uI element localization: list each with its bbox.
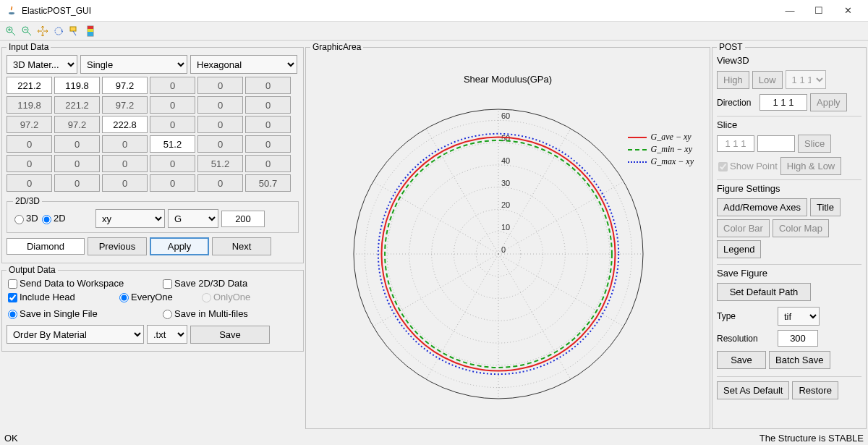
legend-button[interactable]: Legend	[717, 240, 761, 258]
zoom-out-icon[interactable]	[20, 25, 33, 38]
multi-file-radio[interactable]: Save in Multi-files	[161, 308, 248, 319]
axes-button[interactable]: Add/Remove Axes	[717, 198, 807, 216]
colormap-button: Color Map	[773, 219, 829, 237]
dim-fieldset: 2D/3D 3D 2D xy G	[7, 196, 299, 233]
svg-line-35	[373, 254, 498, 326]
cij-12[interactable]	[54, 77, 100, 94]
single-multi-select[interactable]: Single	[80, 55, 187, 74]
cij-53	[102, 155, 148, 172]
rotate-icon[interactable]	[52, 25, 65, 38]
colorbar-icon[interactable]	[84, 25, 97, 38]
output-data-legend: Output Data	[7, 265, 58, 275]
cij-65	[197, 174, 243, 192]
cij-52	[54, 155, 100, 172]
cij-15	[197, 77, 243, 94]
save-data-check[interactable]: Save 2D/3D Data	[161, 278, 247, 289]
svg-line-36	[426, 254, 498, 379]
svg-line-33	[373, 182, 498, 254]
cij-44[interactable]	[150, 135, 195, 153]
save-figure-label: Save Figure	[717, 264, 861, 279]
title-button[interactable]: Title	[810, 198, 841, 216]
next-button[interactable]: Next	[212, 237, 271, 255]
maximize-button[interactable]: ☐	[804, 1, 833, 21]
type-select[interactable]: tif	[778, 307, 820, 326]
resolution-input[interactable]	[778, 330, 818, 347]
cij-46	[245, 135, 291, 153]
cij-62	[54, 174, 100, 192]
svg-line-32	[426, 129, 498, 254]
cij-51	[7, 155, 52, 172]
pan-icon[interactable]	[36, 25, 49, 38]
cij-32	[54, 116, 100, 133]
cij-35	[197, 116, 243, 133]
cij-34	[150, 116, 195, 133]
minimize-button[interactable]: —	[775, 1, 804, 21]
svg-rect-11	[88, 26, 93, 29]
direction-input[interactable]	[760, 94, 807, 111]
svg-text:60: 60	[501, 111, 510, 120]
cij-61	[7, 174, 52, 192]
cij-13[interactable]	[102, 77, 148, 94]
cij-24	[150, 96, 195, 114]
graphic-area-panel: GraphicArea Shear Modulus(GPa) 010203040…	[305, 42, 710, 429]
npoints-input[interactable]	[221, 211, 265, 227]
batch-save-button[interactable]: Batch Save	[769, 351, 830, 369]
radio-2d[interactable]: 2D	[41, 213, 66, 224]
svg-rect-12	[88, 29, 93, 32]
order-by-select[interactable]: Order By Material	[7, 325, 144, 344]
svg-text:0: 0	[501, 245, 506, 254]
set-as-default-button[interactable]: Set As Default	[717, 381, 789, 399]
miller-select: 1 1 1	[786, 70, 826, 89]
send-workspace-check[interactable]: Send Data to Workspace	[7, 278, 158, 289]
zoom-in-icon[interactable]	[4, 25, 17, 38]
data-cursor-icon[interactable]	[68, 25, 81, 38]
colorbar-button: Color Bar	[717, 219, 770, 237]
single-file-radio[interactable]: Save in Single File	[7, 308, 158, 319]
svg-rect-13	[88, 32, 93, 36]
post-panel: POST View3D High Low 1 1 1 Direction App…	[712, 42, 867, 429]
close-button[interactable]: ✕	[833, 1, 862, 21]
cij-56	[245, 155, 291, 172]
chart-legend: G_ave − xy G_min − xy G_max − xy	[628, 132, 694, 169]
crystal-select[interactable]: Hexagonal	[190, 55, 297, 74]
view3d-label: View3D	[717, 55, 861, 66]
cij-31	[7, 116, 52, 133]
cij-45	[197, 135, 243, 153]
material-name-input[interactable]	[7, 238, 85, 255]
slice-input-2	[757, 135, 795, 152]
status-right: The Structure is STABLE	[760, 433, 864, 444]
svg-text:30: 30	[501, 179, 510, 187]
previous-button[interactable]: Previous	[88, 237, 147, 255]
svg-line-39	[498, 254, 624, 326]
titlebar: ElasticPOST_GUI — ☐ ✕	[0, 0, 868, 22]
status-bar: OK The Structure is STABLE	[0, 431, 868, 445]
radio-3d[interactable]: 3D	[13, 213, 38, 224]
restore-button[interactable]: Restore	[792, 381, 838, 399]
include-head-check[interactable]: Include Head	[7, 292, 115, 302]
apply-button[interactable]: Apply	[150, 237, 209, 255]
cij-25	[197, 96, 243, 114]
cij-22	[54, 96, 100, 114]
everyone-radio[interactable]: EveryOne	[118, 292, 197, 302]
low-button: Low	[752, 71, 783, 89]
property-select[interactable]: G	[168, 209, 218, 228]
plane-select[interactable]: xy	[95, 209, 165, 228]
plot-title: Shear Modulus(GPa)	[310, 74, 705, 85]
resolution-label: Resolution	[717, 334, 775, 344]
polar-chart: 0102030405060	[310, 55, 701, 417]
cij-55	[197, 155, 243, 172]
cij-11[interactable]	[7, 77, 52, 94]
svg-line-38	[498, 254, 571, 379]
set-default-path-button[interactable]: Set Default Path	[717, 283, 811, 301]
high-button: High	[717, 71, 749, 89]
cij-36	[245, 116, 291, 133]
save-figure-button[interactable]: Save	[717, 351, 766, 369]
stiffness-matrix	[7, 77, 299, 192]
ext-select[interactable]: .txt	[147, 325, 187, 344]
material-type-select[interactable]: 3D Mater...	[7, 55, 77, 74]
cij-33[interactable]	[102, 116, 148, 133]
save-output-button[interactable]: Save	[190, 326, 270, 344]
input-data-panel: Input Data 3D Mater... Single Hexagonal …	[1, 42, 304, 263]
figure-settings-label: Figure Settings	[717, 179, 861, 194]
svg-line-9	[73, 31, 76, 35]
